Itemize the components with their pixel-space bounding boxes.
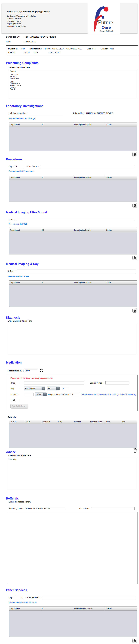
other-qty-input[interactable] — [15, 596, 23, 599]
drug-list-delete-button[interactable] — [133, 448, 137, 453]
advice-label: Enter Doctor's Advice Here — [8, 454, 139, 456]
column-header-way[interactable]: Way — [57, 420, 73, 424]
column-header-investigation-service[interactable]: Investigation / Service — [73, 606, 105, 610]
duration-type-selected-value: Day/s — [35, 393, 43, 396]
column-header-status[interactable]: Status — [105, 280, 137, 284]
trash-outline-icon — [133, 448, 137, 453]
column-header-investigation-service[interactable]: Investigation/Service — [73, 176, 105, 179]
consultant-label: Consultant — [79, 508, 89, 510]
total-row: Total : — [10, 399, 138, 401]
add-drug-label: Add Drug — [16, 405, 26, 407]
refresh-prescription-button[interactable] — [39, 368, 44, 373]
trash-recycle-icon — [134, 204, 136, 207]
column-header-department[interactable]: Department — [9, 606, 41, 610]
column-header-department[interactable]: Department — [9, 123, 41, 126]
referred-by-value: HANECKY FUENTE REYES — [86, 112, 113, 114]
diagnosis-section: Diagnosis Enter Diagnosis Details Here — [0, 316, 139, 355]
other-services-trash-row — [0, 638, 137, 643]
procedures-table: Department ID Investigation/Service Stat… — [9, 175, 137, 202]
patient-id-label: Patient ID — [8, 48, 18, 50]
colon: : — [38, 166, 39, 168]
advice-textarea[interactable]: Check bp — [8, 458, 137, 490]
way-label: Way — [10, 388, 20, 390]
procedures-qty-input[interactable] — [15, 165, 23, 168]
add-drug-button[interactable]: Add Drug — [10, 404, 28, 408]
column-header-status[interactable]: Status — [105, 606, 137, 610]
colon: : — [49, 52, 50, 54]
colon: : — [20, 399, 24, 401]
colon: : — [44, 48, 44, 50]
column-header-drug-id[interactable]: Drug ID — [9, 420, 25, 424]
other-qty-label: Qty — [9, 596, 12, 598]
way-select[interactable]: Before Meal ▼ — [24, 386, 45, 390]
column-header-department[interactable]: Department — [9, 280, 41, 284]
column-header-id[interactable]: ID — [41, 176, 73, 179]
table-body-empty — [9, 285, 137, 307]
column-header-note[interactable]: Note — [105, 420, 121, 424]
other-services-input[interactable] — [42, 596, 136, 599]
referring-doctor-input[interactable] — [25, 507, 65, 510]
company-logo: Future Care ♥ Body Mind Soul — [88, 3, 120, 34]
column-header-duration-type[interactable]: Duration Type — [89, 420, 105, 424]
address-line: Le Chainter,Victoria,Mahe,Seychelles — [7, 15, 50, 17]
xray-section: Medical Imaging X-Ray X-Rays : Recommend… — [0, 262, 139, 312]
uss-input[interactable] — [16, 218, 134, 221]
drug-list-label: Drug List — [8, 416, 139, 418]
logo-word-future: Future — [98, 19, 113, 26]
column-header-id[interactable]: ID — [41, 228, 73, 232]
column-header-qty[interactable]: Qty — [121, 420, 137, 424]
other-services-delete-button[interactable] — [132, 638, 137, 643]
address-line: E: jude@future.sc — [7, 22, 50, 25]
duration-type-select[interactable]: Day/s ▼ — [35, 392, 47, 396]
other-services-section: Other Services Qty : Other Services : Re… — [0, 588, 139, 643]
consultant-input[interactable] — [91, 507, 134, 510]
column-header-id[interactable]: ID — [41, 123, 73, 126]
company-title-rest: Future Holdings (Pty) Limited — [21, 10, 50, 13]
lab-input-label: Lab Investingation — [9, 112, 26, 114]
duration-input[interactable] — [24, 393, 34, 396]
column-header-status[interactable]: Status — [105, 176, 137, 179]
column-header-department[interactable]: Department — [9, 176, 41, 179]
fraction-note: Please add as decimal numbers when addin… — [82, 394, 138, 396]
way-qty-input[interactable] — [62, 387, 69, 390]
medication-heading: Medication — [6, 361, 139, 364]
xray-input[interactable] — [17, 270, 136, 273]
presenting-complaints-section: Presenting Complaints Enter Complaints H… — [0, 61, 139, 99]
column-header-id[interactable]: ID — [41, 280, 73, 284]
age-value: 45 — [94, 48, 96, 50]
per-meal-input[interactable] — [71, 393, 79, 396]
diagnosis-textarea[interactable] — [8, 323, 137, 355]
column-header-department[interactable]: Department — [9, 228, 41, 232]
column-header-drug[interactable]: Drug — [25, 420, 41, 424]
xray-heading: Medical Imaging X-Ray — [6, 262, 139, 266]
future-care-logo-icon: Future Care ♥ Body Mind Soul — [88, 4, 119, 33]
presenting-complaints-heading: Presenting Complaints — [6, 61, 139, 65]
column-header-status[interactable]: Status — [105, 123, 137, 126]
referrals-section: Refferals Select the needed Refferal Ref… — [0, 497, 139, 584]
special-notes-input[interactable] — [105, 381, 129, 384]
uss-delete-button[interactable] — [132, 256, 137, 260]
drug-input[interactable] — [24, 381, 84, 384]
colon: : — [20, 394, 24, 396]
column-header-frequency[interactable]: Fequency — [41, 420, 57, 424]
frequency-select[interactable]: OD ▼ — [47, 386, 60, 390]
procedures-input[interactable] — [40, 165, 135, 168]
laboratory-heading: Laboratory Investigations — [6, 104, 139, 108]
column-header-duration[interactable]: Duration — [73, 420, 89, 424]
lab-investigation-input[interactable] — [29, 112, 63, 115]
column-header-status[interactable]: Status — [105, 228, 137, 232]
xray-input-row: X-Rays : — [8, 270, 139, 273]
lab-delete-button[interactable] — [132, 152, 137, 156]
complaints-textarea[interactable]: Review WBC-5810 HB-14.3 PLT-249000 UFR P… — [9, 70, 137, 99]
logo-word-care: Care — [102, 25, 110, 30]
chevron-down-icon: ▼ — [43, 393, 46, 396]
xray-delete-button[interactable] — [132, 308, 137, 312]
column-header-investigation-service[interactable]: Investigation/Service — [73, 280, 105, 284]
table-header: Drug ID Drug Fequency Way Duration Durat… — [9, 420, 137, 424]
column-header-investigation-service[interactable]: Investigation/Service — [73, 123, 105, 126]
procedures-delete-button[interactable] — [132, 203, 137, 208]
chevron-down-icon: ▼ — [42, 387, 45, 390]
column-header-id[interactable]: ID — [41, 606, 73, 610]
column-header-investigation-service[interactable]: Investigation/Service — [73, 228, 105, 232]
prescription-id-input[interactable] — [25, 369, 38, 372]
